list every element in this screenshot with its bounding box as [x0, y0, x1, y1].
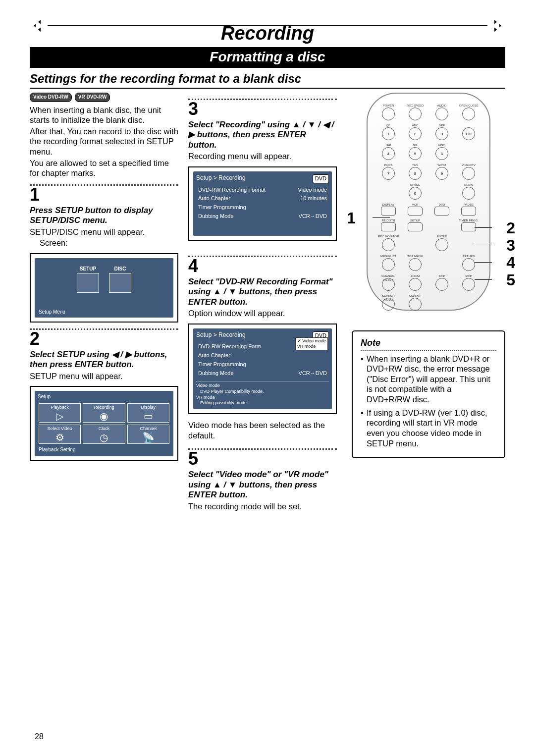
remote-label: DEF [431, 123, 453, 127]
remote-label: MENU/LIST [377, 254, 399, 258]
remote-button [409, 278, 422, 291]
step4-after: Video mode has been selected as the defa… [188, 420, 337, 440]
remote-button [381, 207, 396, 216]
remote-button [461, 222, 476, 231]
column-left: Video DVD-RW VR DVD-RW When inserting a … [30, 93, 178, 511]
callout-1: 1 [347, 209, 356, 227]
intro-p3: You are allowed to set a specified time … [30, 158, 178, 178]
remote-button [408, 207, 423, 216]
remote-control-illustration: POWERREC SPEEDAUDIOOPEN/CLOSE@/:1ABC2DEF… [367, 93, 490, 311]
remote-button [381, 222, 396, 231]
option-popup: ✔ Video mode VR mode [295, 337, 328, 351]
remote-label: SLOW [458, 183, 480, 187]
grid-recording: Recording [94, 405, 114, 410]
step4-body: Option window will appear. [188, 308, 337, 319]
grid-clock: Clock [99, 426, 110, 431]
grid-select-video: Select Video [47, 426, 72, 431]
remote-button [435, 278, 448, 291]
grid-display: Display [141, 405, 156, 410]
step1-number: 1 [30, 186, 178, 204]
remote-button [409, 108, 422, 120]
remote-button: CH [462, 127, 475, 140]
badge-vr: VR DVD-RW [75, 93, 110, 102]
step3-screen-title: Setup > Recording [196, 174, 246, 183]
remote-label: MNO [431, 143, 453, 147]
remote-button: 2 [409, 127, 422, 140]
dvd-badge: DVD [313, 174, 329, 183]
popup-opt1: ✔ Video mode [297, 338, 326, 344]
intro-p2: After that, You can record to the disc w… [30, 126, 178, 157]
step2-head: Select SETUP using ◀ / ▶ buttons, then p… [30, 350, 178, 370]
row-k: Timer Programming [197, 361, 285, 369]
grid-playback: Playback [51, 405, 69, 410]
row-v: Video mode [288, 186, 328, 194]
remote-button: 0 [409, 187, 422, 200]
remote-button: 7 [382, 167, 395, 180]
step4-screen-title: Setup > Recording [196, 331, 246, 340]
remote-button [409, 298, 422, 311]
remote-label: ENTER [431, 234, 453, 238]
remote-button: 1 [382, 127, 395, 140]
remote-label: REC MONITOR [377, 234, 399, 238]
row-v: VCR→DVD [288, 213, 328, 220]
remote-button [408, 222, 423, 231]
sub-title: Settings for the recording format to a b… [30, 68, 505, 89]
remote-label: RETURN [458, 254, 480, 258]
disc-icon-label: DISC [109, 266, 131, 272]
remote-button [382, 258, 395, 271]
callout-5: 5 [506, 271, 515, 289]
step3-screen: Setup > Recording DVD DVD-RW Recording F… [188, 166, 337, 241]
remote-label: PQRS [377, 163, 399, 167]
desc-line: Editing possibility mode. [196, 400, 329, 406]
row-k: Timer Programming [197, 204, 287, 212]
step1-head: Press SETUP button to display SETUP/DISC… [30, 206, 178, 226]
step4-screen: Setup > Recording DVD DVD-RW Recording F… [188, 324, 337, 415]
row-k: DVD-RW Recording Form [197, 343, 285, 351]
remote-label: POWER [377, 104, 399, 108]
step2-screen: Setup Playback▷ Recording◉ Display▭ Sele… [30, 386, 178, 461]
row-v: 10 minutes [288, 195, 328, 203]
remote-button [434, 207, 449, 216]
step3-head: Select "Recording" using ▲ / ▼ / ◀ / ▶ b… [188, 120, 337, 150]
main-title: Recording [30, 21, 505, 47]
column-right: 1 2 3 4 5 POWERREC SPEEDAUDIOOPEN/CLOSE@… [347, 93, 505, 511]
step5-head: Select "Video mode" or "VR mode" using ▲… [188, 470, 337, 500]
section-band: Formatting a disc [30, 47, 505, 68]
desc-line: Video mode [196, 383, 329, 389]
remote-label: OPEN/CLOSE [458, 104, 480, 108]
remote-button [462, 258, 475, 271]
remote-button [435, 238, 448, 251]
remote-button [462, 167, 475, 180]
remote-label: TUV [404, 163, 426, 167]
row-k: Auto Chapter [197, 195, 287, 203]
remote-label: DISPLAY [377, 203, 399, 207]
step2-number: 2 [30, 330, 178, 348]
remote-label: VCR [404, 203, 426, 207]
remote-label: WXYZ [431, 163, 453, 167]
remote-button: 5 [409, 147, 422, 160]
page-number: 28 [35, 732, 44, 741]
grid-channel: Channel [140, 426, 157, 431]
remote-label: VIDEO/TV [458, 163, 480, 167]
note-item: When inserting a blank DVD+R or DVD+RW d… [361, 354, 496, 405]
step3-number: 3 [188, 100, 337, 118]
remote-label: @/: [377, 123, 399, 127]
note-box: Note When inserting a blank DVD+R or DVD… [352, 330, 505, 458]
step1-body: SETUP/DISC menu will appear. [30, 227, 178, 237]
remote-label: SEARCH MODE [377, 294, 399, 298]
step1-caption: Setup Menu [37, 308, 67, 317]
remote-label: REC SPEED [404, 104, 426, 108]
row-k: Dubbing Mode [197, 370, 285, 378]
remote-button: 9 [435, 167, 448, 180]
badge-video: Video DVD-RW [30, 93, 72, 102]
remote-label: SETUP [404, 218, 426, 222]
remote-button: 4 [382, 147, 395, 160]
remote-label: ZOOM [404, 274, 426, 278]
remote-label: SPACE [404, 183, 426, 187]
desc-line: VR mode [196, 395, 329, 401]
step2-screen-title: Setup [37, 393, 171, 401]
remote-label: GHI [377, 143, 399, 147]
remote-button: 6 [435, 147, 448, 160]
step3-body: Recording menu will appear. [188, 151, 337, 162]
remote-label [458, 123, 480, 127]
